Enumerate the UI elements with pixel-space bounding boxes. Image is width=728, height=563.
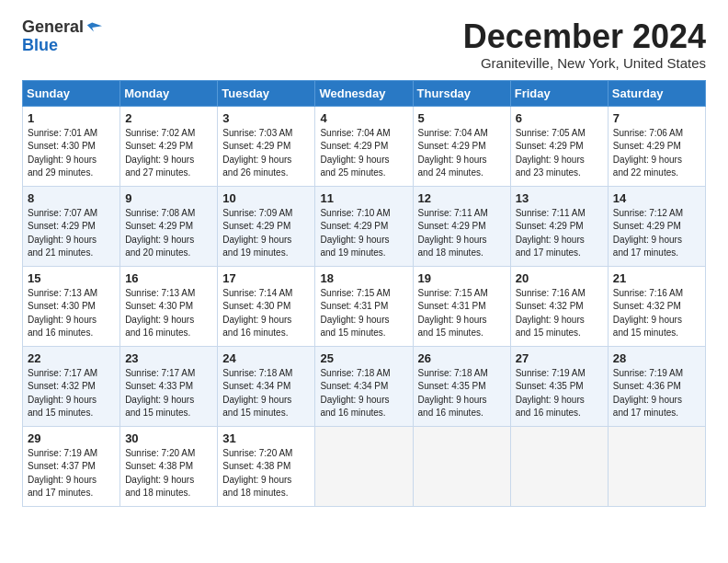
day-number: 13 [516, 191, 603, 205]
calendar-cell: 1Sunrise: 7:01 AM Sunset: 4:30 PM Daylig… [23, 106, 120, 186]
day-info: Sunrise: 7:06 AM Sunset: 4:29 PM Dayligh… [613, 127, 700, 180]
calendar-cell: 25Sunrise: 7:18 AM Sunset: 4:34 PM Dayli… [315, 346, 413, 426]
day-number: 31 [222, 431, 310, 445]
day-info: Sunrise: 7:04 AM Sunset: 4:29 PM Dayligh… [418, 127, 506, 180]
day-number: 6 [516, 111, 603, 125]
header: General Blue December 2024 Graniteville,… [22, 18, 706, 71]
col-header-tuesday: Tuesday [218, 80, 315, 106]
calendar-cell: 15Sunrise: 7:13 AM Sunset: 4:30 PM Dayli… [23, 266, 120, 346]
location-title: Graniteville, New York, United States [463, 55, 706, 71]
col-header-wednesday: Wednesday [315, 80, 413, 106]
day-info: Sunrise: 7:13 AM Sunset: 4:30 PM Dayligh… [125, 287, 212, 340]
calendar-cell: 7Sunrise: 7:06 AM Sunset: 4:29 PM Daylig… [608, 106, 705, 186]
day-number: 4 [320, 111, 407, 125]
svg-marker-0 [87, 22, 102, 31]
day-number: 19 [418, 271, 506, 285]
day-info: Sunrise: 7:17 AM Sunset: 4:32 PM Dayligh… [28, 367, 115, 420]
day-info: Sunrise: 7:13 AM Sunset: 4:30 PM Dayligh… [28, 287, 115, 340]
day-info: Sunrise: 7:19 AM Sunset: 4:37 PM Dayligh… [28, 447, 115, 500]
day-number: 8 [28, 191, 115, 205]
calendar-cell: 21Sunrise: 7:16 AM Sunset: 4:32 PM Dayli… [608, 266, 705, 346]
header-row: SundayMondayTuesdayWednesdayThursdayFrid… [23, 80, 706, 106]
col-header-thursday: Thursday [413, 80, 510, 106]
day-info: Sunrise: 7:11 AM Sunset: 4:29 PM Dayligh… [418, 207, 506, 260]
calendar-cell: 12Sunrise: 7:11 AM Sunset: 4:29 PM Dayli… [413, 186, 510, 266]
day-number: 15 [28, 271, 115, 285]
logo-blue: Blue [22, 37, 102, 55]
day-info: Sunrise: 7:08 AM Sunset: 4:29 PM Dayligh… [125, 207, 212, 260]
calendar-cell: 19Sunrise: 7:15 AM Sunset: 4:31 PM Dayli… [413, 266, 510, 346]
calendar-cell: 8Sunrise: 7:07 AM Sunset: 4:29 PM Daylig… [23, 186, 120, 266]
calendar-cell: 17Sunrise: 7:14 AM Sunset: 4:30 PM Dayli… [218, 266, 315, 346]
logo-bird-icon [85, 19, 102, 36]
day-info: Sunrise: 7:15 AM Sunset: 4:31 PM Dayligh… [418, 287, 506, 340]
day-number: 10 [222, 191, 310, 205]
day-number: 2 [125, 111, 212, 125]
day-info: Sunrise: 7:10 AM Sunset: 4:29 PM Dayligh… [320, 207, 407, 260]
calendar-cell: 4Sunrise: 7:04 AM Sunset: 4:29 PM Daylig… [315, 106, 413, 186]
day-number: 5 [418, 111, 506, 125]
calendar-cell: 30Sunrise: 7:20 AM Sunset: 4:38 PM Dayli… [120, 426, 218, 506]
calendar-cell: 29Sunrise: 7:19 AM Sunset: 4:37 PM Dayli… [23, 426, 120, 506]
calendar-cell: 10Sunrise: 7:09 AM Sunset: 4:29 PM Dayli… [218, 186, 315, 266]
calendar-cell: 26Sunrise: 7:18 AM Sunset: 4:35 PM Dayli… [413, 346, 510, 426]
title-block: December 2024 Graniteville, New York, Un… [463, 18, 706, 71]
day-number: 30 [125, 431, 212, 445]
day-info: Sunrise: 7:04 AM Sunset: 4:29 PM Dayligh… [320, 127, 407, 180]
calendar-cell [510, 426, 608, 506]
calendar-cell: 13Sunrise: 7:11 AM Sunset: 4:29 PM Dayli… [510, 186, 608, 266]
day-number: 17 [222, 271, 310, 285]
day-info: Sunrise: 7:18 AM Sunset: 4:34 PM Dayligh… [320, 367, 407, 420]
day-info: Sunrise: 7:18 AM Sunset: 4:34 PM Dayligh… [222, 367, 310, 420]
day-info: Sunrise: 7:19 AM Sunset: 4:35 PM Dayligh… [516, 367, 603, 420]
calendar-cell: 27Sunrise: 7:19 AM Sunset: 4:35 PM Dayli… [510, 346, 608, 426]
calendar-cell: 14Sunrise: 7:12 AM Sunset: 4:29 PM Dayli… [608, 186, 705, 266]
day-info: Sunrise: 7:07 AM Sunset: 4:29 PM Dayligh… [28, 207, 115, 260]
day-number: 3 [222, 111, 310, 125]
day-number: 16 [125, 271, 212, 285]
calendar-cell: 5Sunrise: 7:04 AM Sunset: 4:29 PM Daylig… [413, 106, 510, 186]
day-info: Sunrise: 7:09 AM Sunset: 4:29 PM Dayligh… [222, 207, 310, 260]
day-info: Sunrise: 7:11 AM Sunset: 4:29 PM Dayligh… [516, 207, 603, 260]
day-number: 23 [125, 351, 212, 365]
day-info: Sunrise: 7:18 AM Sunset: 4:35 PM Dayligh… [418, 367, 506, 420]
day-info: Sunrise: 7:15 AM Sunset: 4:31 PM Dayligh… [320, 287, 407, 340]
calendar-cell: 3Sunrise: 7:03 AM Sunset: 4:29 PM Daylig… [218, 106, 315, 186]
week-row-2: 8Sunrise: 7:07 AM Sunset: 4:29 PM Daylig… [23, 186, 706, 266]
day-info: Sunrise: 7:03 AM Sunset: 4:29 PM Dayligh… [222, 127, 310, 180]
col-header-saturday: Saturday [608, 80, 705, 106]
calendar-cell: 6Sunrise: 7:05 AM Sunset: 4:29 PM Daylig… [510, 106, 608, 186]
calendar-cell [315, 426, 413, 506]
calendar-cell: 20Sunrise: 7:16 AM Sunset: 4:32 PM Dayli… [510, 266, 608, 346]
week-row-5: 29Sunrise: 7:19 AM Sunset: 4:37 PM Dayli… [23, 426, 706, 506]
day-info: Sunrise: 7:20 AM Sunset: 4:38 PM Dayligh… [222, 447, 310, 500]
week-row-3: 15Sunrise: 7:13 AM Sunset: 4:30 PM Dayli… [23, 266, 706, 346]
calendar-cell: 31Sunrise: 7:20 AM Sunset: 4:38 PM Dayli… [218, 426, 315, 506]
day-number: 28 [613, 351, 700, 365]
day-number: 18 [320, 271, 407, 285]
calendar-cell: 23Sunrise: 7:17 AM Sunset: 4:33 PM Dayli… [120, 346, 218, 426]
col-header-friday: Friday [510, 80, 608, 106]
day-info: Sunrise: 7:01 AM Sunset: 4:30 PM Dayligh… [28, 127, 115, 180]
day-info: Sunrise: 7:14 AM Sunset: 4:30 PM Dayligh… [222, 287, 310, 340]
day-number: 7 [613, 111, 700, 125]
day-number: 1 [28, 111, 115, 125]
col-header-sunday: Sunday [23, 80, 120, 106]
day-number: 20 [516, 271, 603, 285]
day-number: 24 [222, 351, 310, 365]
day-number: 27 [516, 351, 603, 365]
day-info: Sunrise: 7:12 AM Sunset: 4:29 PM Dayligh… [613, 207, 700, 260]
calendar-cell: 2Sunrise: 7:02 AM Sunset: 4:29 PM Daylig… [120, 106, 218, 186]
day-info: Sunrise: 7:02 AM Sunset: 4:29 PM Dayligh… [125, 127, 212, 180]
col-header-monday: Monday [120, 80, 218, 106]
calendar-table: SundayMondayTuesdayWednesdayThursdayFrid… [22, 80, 706, 507]
day-info: Sunrise: 7:20 AM Sunset: 4:38 PM Dayligh… [125, 447, 212, 500]
calendar-cell: 22Sunrise: 7:17 AM Sunset: 4:32 PM Dayli… [23, 346, 120, 426]
logo: General Blue [22, 18, 102, 55]
week-row-4: 22Sunrise: 7:17 AM Sunset: 4:32 PM Dayli… [23, 346, 706, 426]
day-info: Sunrise: 7:16 AM Sunset: 4:32 PM Dayligh… [516, 287, 603, 340]
day-number: 25 [320, 351, 407, 365]
logo-general: General [22, 18, 84, 37]
day-info: Sunrise: 7:16 AM Sunset: 4:32 PM Dayligh… [613, 287, 700, 340]
day-info: Sunrise: 7:17 AM Sunset: 4:33 PM Dayligh… [125, 367, 212, 420]
